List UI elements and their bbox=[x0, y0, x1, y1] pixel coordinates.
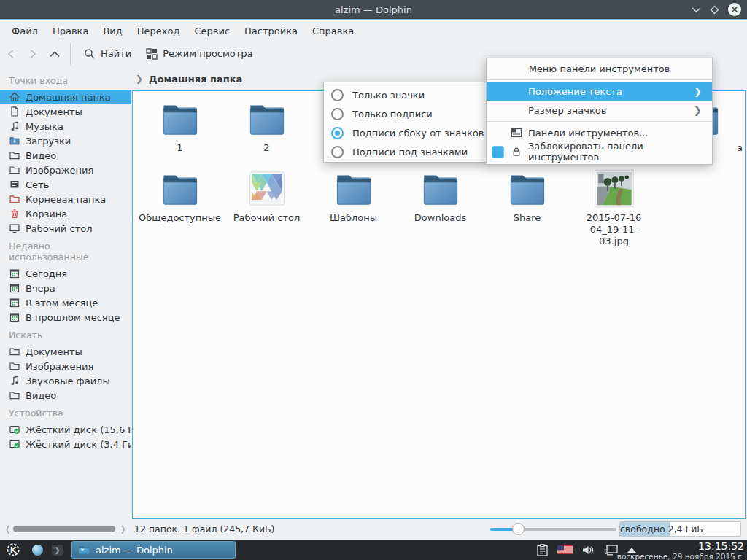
sidebar-section-title: Устройства bbox=[0, 402, 131, 422]
menu-item[interactable]: Панели инструментов... bbox=[487, 123, 712, 142]
network-monitor-icon[interactable] bbox=[604, 545, 618, 556]
menu-6[interactable]: Справка bbox=[305, 23, 361, 39]
sidebar-item[interactable]: Домашняя папка bbox=[0, 90, 131, 104]
folder-item[interactable]: Шаблоны bbox=[310, 168, 397, 224]
menu-item[interactable]: Положение текста❯ bbox=[487, 82, 712, 101]
breadcrumb[interactable]: ❯ Домашняя папка bbox=[132, 67, 242, 90]
sidebar-item-label: Сеть bbox=[26, 179, 49, 190]
sidebar-item[interactable]: Сегодня bbox=[0, 266, 131, 281]
folder-item[interactable]: Downloads bbox=[397, 168, 484, 224]
file-label: Общедоступные bbox=[136, 212, 223, 224]
folder-item[interactable]: Общедоступные bbox=[136, 168, 223, 224]
menu-3[interactable]: Переход bbox=[130, 23, 187, 39]
menu-4[interactable]: Сервис bbox=[187, 23, 237, 39]
sidebar-item[interactable]: В прошлом месяце bbox=[0, 310, 131, 324]
view-mode-icon bbox=[146, 48, 158, 60]
view-mode-button[interactable]: Режим просмотра bbox=[139, 45, 260, 63]
maximize-icon[interactable] bbox=[710, 5, 719, 15]
file-label: Рабочий стол bbox=[223, 212, 310, 224]
sidebar-section-title: Недавно использованные bbox=[0, 236, 131, 266]
radio-icon bbox=[331, 146, 344, 158]
sidebar-item[interactable]: Изображения bbox=[0, 359, 131, 373]
menu-item[interactable]: Размер значков❯ bbox=[487, 101, 712, 120]
file-label: Downloads bbox=[397, 212, 484, 224]
folder-icon bbox=[159, 98, 201, 139]
folder-item[interactable]: 1 bbox=[136, 98, 223, 154]
text-position-submenu: Только значкиТолько подписиПодписи сбоку… bbox=[323, 82, 488, 163]
red-folder-icon bbox=[9, 193, 20, 205]
sidebar-item[interactable]: Документы bbox=[0, 104, 131, 119]
menu-2[interactable]: Вид bbox=[96, 23, 129, 39]
statusbar: ❬ ❭ 12 папок. 1 файл (245,7 КиБ) свободн… bbox=[0, 519, 747, 540]
volume-icon[interactable] bbox=[582, 545, 595, 556]
zoom-slider-knob[interactable] bbox=[512, 523, 525, 535]
sidebar-item[interactable]: Жёсткий диск (15,6 ГиБ) bbox=[0, 422, 131, 437]
sidebar-item[interactable]: Сеть bbox=[0, 177, 131, 192]
sidebar-item-label: Вчера bbox=[26, 283, 55, 294]
titlebar[interactable]: alzim — Dolphin bbox=[0, 0, 747, 20]
menu-item-option[interactable]: Только подписи bbox=[324, 104, 487, 123]
sidebar-item-label: Видео bbox=[26, 390, 56, 401]
search-icon bbox=[84, 48, 96, 60]
menu-5[interactable]: Настройка bbox=[237, 23, 305, 39]
sidebar-item[interactable]: Рабочий стол bbox=[0, 221, 131, 236]
scroll-left-icon[interactable]: ❬ bbox=[4, 524, 11, 534]
sidebar-item-label: Музыка bbox=[26, 121, 63, 132]
sidebar-item[interactable]: Музыка bbox=[0, 119, 131, 133]
menu-item-checked[interactable]: Подписи сбоку от значков bbox=[324, 123, 487, 142]
menu-item-label: Заблокировать панели инструментов bbox=[528, 141, 712, 163]
status-summary: 12 папок. 1 файл (245,7 КиБ) bbox=[134, 524, 274, 534]
folder-item[interactable]: Share bbox=[484, 168, 570, 224]
minimize-icon[interactable] bbox=[692, 7, 701, 13]
menu-0[interactable]: Файл bbox=[4, 23, 45, 39]
sidebar-item[interactable]: Видео bbox=[0, 388, 131, 402]
sidebar-item[interactable]: Звуковые файлы bbox=[0, 373, 131, 388]
task-button-dolphin[interactable]: alzim — Dolphin bbox=[71, 541, 236, 559]
panel-expander-icon[interactable]: ❯ bbox=[52, 545, 63, 556]
sidebar-item[interactable]: Изображения bbox=[0, 163, 131, 177]
clipboard-icon[interactable] bbox=[537, 544, 548, 556]
menu-item-label: Размер значков bbox=[528, 105, 606, 116]
menu-1[interactable]: Правка bbox=[45, 23, 96, 39]
file-item[interactable]: 2015-07-16 04_19-11-03.jpg bbox=[570, 168, 657, 247]
up-icon[interactable] bbox=[44, 50, 66, 58]
keyboard-layout-us-flag-icon[interactable] bbox=[557, 545, 573, 554]
menu-item-option[interactable]: Подписи под значками bbox=[324, 142, 487, 161]
drive-icon bbox=[9, 438, 20, 450]
menu-item[interactable]: Заблокировать панели инструментов bbox=[487, 142, 712, 161]
sidebar-item-label: Корневая папка bbox=[26, 194, 106, 205]
menu-item-option[interactable]: Только значки bbox=[324, 85, 487, 104]
sidebar-item[interactable]: Корневая папка bbox=[0, 192, 131, 206]
calendar-icon bbox=[9, 282, 20, 294]
find-button[interactable]: Найти bbox=[77, 45, 139, 63]
back-icon[interactable] bbox=[0, 49, 22, 59]
forward-icon[interactable] bbox=[22, 49, 44, 59]
zoom-slider[interactable] bbox=[490, 528, 616, 531]
sidebar-item[interactable]: Корзина bbox=[0, 206, 131, 221]
sidebar-item[interactable]: Видео bbox=[0, 148, 131, 163]
close-icon[interactable] bbox=[728, 3, 741, 16]
radio-icon bbox=[331, 89, 344, 101]
network-icon bbox=[9, 179, 20, 190]
horizontal-scrollbar[interactable] bbox=[13, 526, 115, 532]
sidebar-item[interactable]: Вчера bbox=[0, 281, 131, 295]
folder-icon bbox=[246, 98, 288, 139]
sidebar-item-label: Звуковые файлы bbox=[26, 376, 110, 386]
menu-item-label: Только подписи bbox=[352, 109, 433, 120]
photo-thumbnail-icon bbox=[593, 168, 635, 209]
scroll-right-icon[interactable]: ❭ bbox=[120, 524, 126, 534]
kde-launcher-icon[interactable]: K bbox=[4, 541, 22, 559]
folder-icon bbox=[506, 168, 549, 209]
sidebar-item[interactable]: В этом месяце bbox=[0, 295, 131, 310]
clock[interactable]: 13:15:52 воскресенье, 29 ноября 2015 г. bbox=[617, 540, 744, 560]
activities-icon[interactable] bbox=[32, 545, 43, 556]
folder-item[interactable]: 2 bbox=[223, 98, 310, 154]
folder-item[interactable]: Рабочий стол bbox=[223, 168, 310, 224]
menu-title: Меню панели инструментов bbox=[487, 61, 712, 78]
sidebar-item[interactable]: Документы bbox=[0, 344, 131, 359]
sidebar-item[interactable]: Загрузки bbox=[0, 133, 131, 148]
calendar-icon bbox=[9, 297, 20, 308]
submenu-arrow-icon: ❯ bbox=[694, 86, 702, 97]
sidebar-item[interactable]: Жёсткий диск (3,4 ГиБ) bbox=[0, 437, 131, 451]
sidebar-item-label: Сегодня bbox=[26, 268, 67, 279]
